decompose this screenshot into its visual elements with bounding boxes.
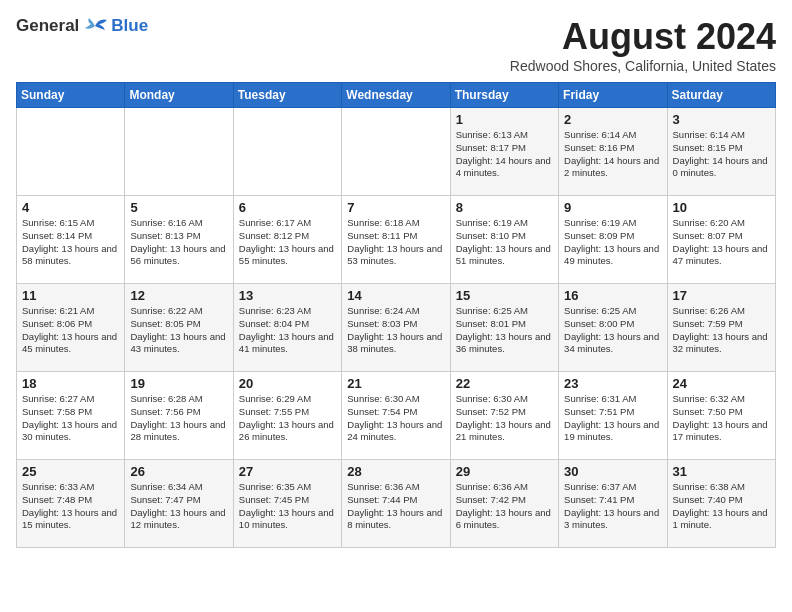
day-number: 2 — [564, 112, 661, 127]
calendar-cell: 16Sunrise: 6:25 AM Sunset: 8:00 PM Dayli… — [559, 284, 667, 372]
day-number: 21 — [347, 376, 444, 391]
calendar-header: SundayMondayTuesdayWednesdayThursdayFrid… — [17, 83, 776, 108]
day-number: 25 — [22, 464, 119, 479]
calendar-cell: 18Sunrise: 6:27 AM Sunset: 7:58 PM Dayli… — [17, 372, 125, 460]
day-number: 24 — [673, 376, 770, 391]
weekday-header-sunday: Sunday — [17, 83, 125, 108]
day-number: 1 — [456, 112, 553, 127]
calendar-cell: 6Sunrise: 6:17 AM Sunset: 8:12 PM Daylig… — [233, 196, 341, 284]
weekday-header-tuesday: Tuesday — [233, 83, 341, 108]
day-number: 15 — [456, 288, 553, 303]
calendar-cell: 21Sunrise: 6:30 AM Sunset: 7:54 PM Dayli… — [342, 372, 450, 460]
day-number: 4 — [22, 200, 119, 215]
calendar-cell: 23Sunrise: 6:31 AM Sunset: 7:51 PM Dayli… — [559, 372, 667, 460]
calendar-cell: 20Sunrise: 6:29 AM Sunset: 7:55 PM Dayli… — [233, 372, 341, 460]
day-info: Sunrise: 6:20 AM Sunset: 8:07 PM Dayligh… — [673, 217, 770, 268]
location-subtitle: Redwood Shores, California, United State… — [510, 58, 776, 74]
day-info: Sunrise: 6:36 AM Sunset: 7:42 PM Dayligh… — [456, 481, 553, 532]
day-info: Sunrise: 6:14 AM Sunset: 8:15 PM Dayligh… — [673, 129, 770, 180]
day-number: 23 — [564, 376, 661, 391]
logo-general: General — [16, 16, 79, 36]
weekday-header-wednesday: Wednesday — [342, 83, 450, 108]
weekday-header-monday: Monday — [125, 83, 233, 108]
day-info: Sunrise: 6:25 AM Sunset: 8:00 PM Dayligh… — [564, 305, 661, 356]
day-info: Sunrise: 6:35 AM Sunset: 7:45 PM Dayligh… — [239, 481, 336, 532]
day-number: 22 — [456, 376, 553, 391]
day-number: 11 — [22, 288, 119, 303]
day-number: 5 — [130, 200, 227, 215]
day-info: Sunrise: 6:25 AM Sunset: 8:01 PM Dayligh… — [456, 305, 553, 356]
day-number: 18 — [22, 376, 119, 391]
weekday-header-saturday: Saturday — [667, 83, 775, 108]
day-info: Sunrise: 6:13 AM Sunset: 8:17 PM Dayligh… — [456, 129, 553, 180]
calendar-cell: 27Sunrise: 6:35 AM Sunset: 7:45 PM Dayli… — [233, 460, 341, 548]
day-info: Sunrise: 6:19 AM Sunset: 8:09 PM Dayligh… — [564, 217, 661, 268]
calendar-cell: 25Sunrise: 6:33 AM Sunset: 7:48 PM Dayli… — [17, 460, 125, 548]
day-number: 27 — [239, 464, 336, 479]
logo-blue: Blue — [111, 16, 148, 36]
calendar-cell: 17Sunrise: 6:26 AM Sunset: 7:59 PM Dayli… — [667, 284, 775, 372]
day-info: Sunrise: 6:31 AM Sunset: 7:51 PM Dayligh… — [564, 393, 661, 444]
day-info: Sunrise: 6:30 AM Sunset: 7:54 PM Dayligh… — [347, 393, 444, 444]
calendar-cell: 2Sunrise: 6:14 AM Sunset: 8:16 PM Daylig… — [559, 108, 667, 196]
title-block: August 2024 Redwood Shores, California, … — [510, 16, 776, 74]
day-number: 7 — [347, 200, 444, 215]
calendar-cell — [342, 108, 450, 196]
calendar-cell — [17, 108, 125, 196]
calendar-cell — [125, 108, 233, 196]
calendar-cell: 10Sunrise: 6:20 AM Sunset: 8:07 PM Dayli… — [667, 196, 775, 284]
calendar-cell: 29Sunrise: 6:36 AM Sunset: 7:42 PM Dayli… — [450, 460, 558, 548]
calendar-cell: 5Sunrise: 6:16 AM Sunset: 8:13 PM Daylig… — [125, 196, 233, 284]
logo: General Blue — [16, 16, 148, 36]
calendar-cell: 24Sunrise: 6:32 AM Sunset: 7:50 PM Dayli… — [667, 372, 775, 460]
calendar-week-row: 4Sunrise: 6:15 AM Sunset: 8:14 PM Daylig… — [17, 196, 776, 284]
calendar-cell — [233, 108, 341, 196]
day-info: Sunrise: 6:33 AM Sunset: 7:48 PM Dayligh… — [22, 481, 119, 532]
day-info: Sunrise: 6:18 AM Sunset: 8:11 PM Dayligh… — [347, 217, 444, 268]
calendar-week-row: 11Sunrise: 6:21 AM Sunset: 8:06 PM Dayli… — [17, 284, 776, 372]
day-number: 31 — [673, 464, 770, 479]
day-info: Sunrise: 6:21 AM Sunset: 8:06 PM Dayligh… — [22, 305, 119, 356]
day-info: Sunrise: 6:22 AM Sunset: 8:05 PM Dayligh… — [130, 305, 227, 356]
calendar-table: SundayMondayTuesdayWednesdayThursdayFrid… — [16, 82, 776, 548]
calendar-cell: 4Sunrise: 6:15 AM Sunset: 8:14 PM Daylig… — [17, 196, 125, 284]
page-header: General Blue August 2024 Redwood Shores,… — [16, 16, 776, 74]
day-number: 3 — [673, 112, 770, 127]
logo-bird-icon — [81, 16, 109, 36]
day-info: Sunrise: 6:36 AM Sunset: 7:44 PM Dayligh… — [347, 481, 444, 532]
calendar-cell: 13Sunrise: 6:23 AM Sunset: 8:04 PM Dayli… — [233, 284, 341, 372]
weekday-header-row: SundayMondayTuesdayWednesdayThursdayFrid… — [17, 83, 776, 108]
day-number: 28 — [347, 464, 444, 479]
day-info: Sunrise: 6:14 AM Sunset: 8:16 PM Dayligh… — [564, 129, 661, 180]
day-number: 10 — [673, 200, 770, 215]
day-number: 29 — [456, 464, 553, 479]
day-info: Sunrise: 6:23 AM Sunset: 8:04 PM Dayligh… — [239, 305, 336, 356]
calendar-cell: 22Sunrise: 6:30 AM Sunset: 7:52 PM Dayli… — [450, 372, 558, 460]
calendar-cell: 14Sunrise: 6:24 AM Sunset: 8:03 PM Dayli… — [342, 284, 450, 372]
day-number: 16 — [564, 288, 661, 303]
calendar-week-row: 25Sunrise: 6:33 AM Sunset: 7:48 PM Dayli… — [17, 460, 776, 548]
calendar-cell: 7Sunrise: 6:18 AM Sunset: 8:11 PM Daylig… — [342, 196, 450, 284]
day-number: 17 — [673, 288, 770, 303]
day-number: 6 — [239, 200, 336, 215]
calendar-cell: 12Sunrise: 6:22 AM Sunset: 8:05 PM Dayli… — [125, 284, 233, 372]
day-number: 12 — [130, 288, 227, 303]
day-number: 19 — [130, 376, 227, 391]
day-number: 13 — [239, 288, 336, 303]
calendar-cell: 30Sunrise: 6:37 AM Sunset: 7:41 PM Dayli… — [559, 460, 667, 548]
day-number: 30 — [564, 464, 661, 479]
calendar-cell: 11Sunrise: 6:21 AM Sunset: 8:06 PM Dayli… — [17, 284, 125, 372]
calendar-body: 1Sunrise: 6:13 AM Sunset: 8:17 PM Daylig… — [17, 108, 776, 548]
day-number: 14 — [347, 288, 444, 303]
day-info: Sunrise: 6:16 AM Sunset: 8:13 PM Dayligh… — [130, 217, 227, 268]
day-number: 8 — [456, 200, 553, 215]
month-year-title: August 2024 — [510, 16, 776, 58]
day-info: Sunrise: 6:15 AM Sunset: 8:14 PM Dayligh… — [22, 217, 119, 268]
day-info: Sunrise: 6:38 AM Sunset: 7:40 PM Dayligh… — [673, 481, 770, 532]
calendar-week-row: 1Sunrise: 6:13 AM Sunset: 8:17 PM Daylig… — [17, 108, 776, 196]
day-info: Sunrise: 6:24 AM Sunset: 8:03 PM Dayligh… — [347, 305, 444, 356]
calendar-cell: 9Sunrise: 6:19 AM Sunset: 8:09 PM Daylig… — [559, 196, 667, 284]
calendar-cell: 3Sunrise: 6:14 AM Sunset: 8:15 PM Daylig… — [667, 108, 775, 196]
weekday-header-thursday: Thursday — [450, 83, 558, 108]
weekday-header-friday: Friday — [559, 83, 667, 108]
